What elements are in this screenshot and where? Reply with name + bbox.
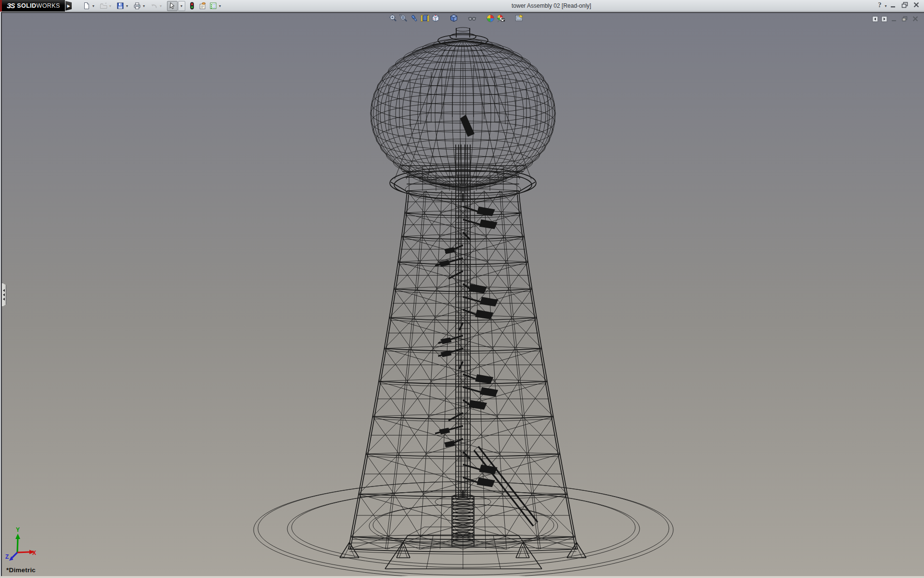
toolbar-separator: [441, 14, 449, 25]
toolbar-separator: [477, 14, 485, 25]
collapse-arrow-icon: [3, 298, 5, 301]
triad-x-label: X: [32, 550, 36, 556]
new-document-button[interactable]: ▾: [82, 0, 98, 11]
hide-show-icon: [467, 13, 477, 25]
zoom-to-area-icon: [399, 13, 409, 25]
open-button: ▾: [99, 0, 115, 11]
titlebar: ЗS SOLIDWORKS ▶ ▾▾▾▾▾▾▾ tower Assembly 0…: [0, 0, 924, 12]
section-view-button[interactable]: [420, 14, 430, 25]
help-button[interactable]: ?▾: [877, 1, 886, 11]
doc-close-icon: [911, 15, 919, 25]
collapse-arrow-icon: [3, 293, 5, 296]
feature-pane-collapse-handle[interactable]: [2, 283, 6, 307]
viewport-top-border: [0, 12, 924, 13]
graphics-viewport[interactable]: YXZ *Dimetric: [0, 12, 924, 576]
print-icon: [133, 2, 141, 10]
status-strip: [0, 576, 924, 578]
help-dropdown[interactable]: ▾: [885, 4, 887, 8]
minimize-button[interactable]: [888, 1, 898, 11]
triad-z-label: Z: [5, 553, 9, 560]
brand-name-light: WORKS: [37, 2, 60, 9]
undo-button: ▾: [149, 0, 165, 11]
view-orientation-button[interactable]: [430, 14, 441, 25]
options-dropdown[interactable]: ▾: [218, 4, 222, 8]
rebuild-button[interactable]: [187, 0, 197, 11]
display-style-button[interactable]: [449, 14, 459, 25]
edit-appearance-button[interactable]: [485, 14, 496, 25]
file-properties-icon: [199, 2, 206, 10]
apply-scene-icon: [496, 13, 506, 25]
triad-z-axis: [12, 552, 17, 558]
doc-close-button[interactable]: [911, 15, 919, 25]
select-dropdown[interactable]: ▾: [178, 1, 185, 11]
triad-y-label: Y: [16, 526, 20, 533]
heads-up-view-toolbar: [388, 14, 525, 25]
collapse-arrow-icon: [3, 289, 5, 292]
undo-icon: [150, 2, 158, 10]
doc-restore-button[interactable]: [901, 15, 909, 25]
edit-appearance-icon: [486, 13, 495, 25]
options-button[interactable]: ▾: [208, 0, 224, 11]
doc-restore-icon: [901, 15, 909, 25]
collapse-pane-right-button[interactable]: [881, 15, 887, 24]
hide-show-items-button[interactable]: [467, 14, 477, 25]
view-orientation-label: *Dimetric: [6, 566, 36, 574]
view-settings-button[interactable]: [514, 14, 525, 25]
file-properties-button[interactable]: [198, 0, 207, 11]
doc-minimize-button[interactable]: [890, 15, 898, 25]
open-folder-icon: [100, 2, 107, 10]
restore-icon: [900, 0, 909, 11]
help-icon: ?: [875, 0, 884, 11]
panel-toggle-left-icon: [872, 15, 878, 24]
toolbar-separator: [459, 14, 467, 25]
previous-view-button[interactable]: [409, 14, 420, 25]
apply-scene-button[interactable]: [496, 14, 506, 25]
new-document-dropdown[interactable]: ▾: [91, 4, 95, 8]
view-settings-icon: [514, 13, 524, 25]
minimize-icon: [889, 0, 898, 11]
restore-button[interactable]: [900, 1, 910, 11]
document-window-controls: [872, 15, 919, 25]
open-dropdown[interactable]: ▾: [108, 4, 112, 8]
undo-dropdown[interactable]: ▾: [159, 4, 163, 8]
save-icon: [116, 2, 124, 10]
zoom-to-fit-icon: [388, 13, 398, 25]
titlebar-window-buttons: ?▾: [877, 0, 921, 12]
solidworks-logo: ЗS SOLIDWORKS: [2, 0, 65, 12]
print-button[interactable]: ▾: [132, 0, 148, 11]
panel-toggle-right-icon: [881, 15, 887, 24]
display-style-icon: [449, 13, 459, 25]
triad-y-arrowhead: [15, 534, 20, 539]
section-view-icon: [420, 13, 430, 25]
rebuild-stoplight-icon: [188, 2, 196, 10]
save-button[interactable]: ▾: [116, 0, 131, 11]
select-cursor-icon[interactable]: [167, 1, 178, 11]
view-orientation-icon: [431, 13, 440, 25]
print-dropdown[interactable]: ▾: [142, 4, 146, 8]
new-document-icon: [83, 2, 90, 10]
triad-y-axis: [17, 538, 18, 552]
triad-x-axis: [17, 552, 30, 552]
zoom-to-area-button[interactable]: [398, 14, 409, 25]
3ds-logo-icon: ЗS: [7, 2, 14, 10]
options-checklist-icon: [209, 2, 217, 10]
viewport-left-border: [1, 12, 2, 576]
zoom-to-fit-button[interactable]: [388, 14, 398, 25]
collapse-pane-left-button[interactable]: [872, 15, 878, 24]
toolbar-separator: [506, 14, 514, 25]
previous-view-icon: [410, 13, 419, 25]
brand-name-bold: SOLID: [17, 2, 36, 9]
main-toolbar: ▾▾▾▾▾▾▾: [81, 0, 224, 12]
brand-expand-arrow-icon[interactable]: ▶: [65, 1, 72, 11]
close-icon: [912, 0, 921, 11]
document-title: tower Assembly 02 [Read-only]: [512, 0, 591, 12]
select-button[interactable]: ▾: [166, 0, 186, 11]
tower-wireframe-model[interactable]: YXZ: [0, 12, 924, 576]
close-button[interactable]: [911, 1, 921, 11]
save-dropdown[interactable]: ▾: [125, 4, 129, 8]
doc-minimize-icon: [890, 15, 898, 25]
svg-text:?: ?: [878, 1, 881, 9]
